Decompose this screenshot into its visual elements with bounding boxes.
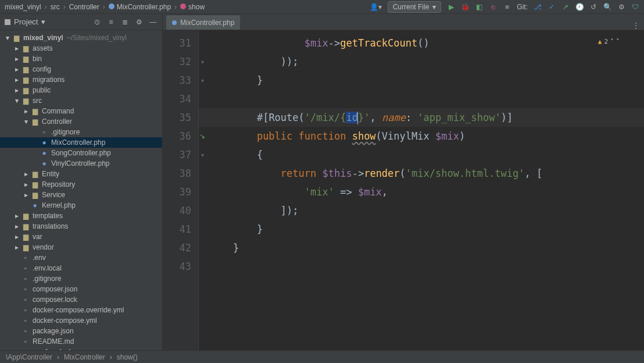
tree-node[interactable]: ▫.gitignore (0, 273, 162, 284)
coverage-icon[interactable]: ◧ (475, 3, 483, 11)
shield-icon[interactable]: 🛡 (631, 3, 639, 11)
code-line[interactable]: $mix->getTrackCount() (209, 34, 644, 52)
tree-node[interactable]: ●MixController.php (0, 137, 162, 148)
tree-node[interactable]: ▸▆vendor (0, 242, 162, 252)
locate-icon[interactable]: ⊙ (92, 17, 102, 27)
chevron-right-icon[interactable]: ▸ (13, 76, 21, 84)
search-icon[interactable]: 🔍 (603, 3, 611, 11)
chevron-right-icon[interactable]: ▸ (22, 170, 30, 178)
update-icon[interactable]: ✓ (548, 3, 556, 11)
line-number[interactable]: 43 (163, 257, 191, 276)
line-number[interactable]: 39 (163, 183, 191, 201)
line-number[interactable]: 37 (163, 145, 191, 164)
branch-icon[interactable]: ⎇ (534, 3, 542, 11)
stop-icon[interactable]: ■ (503, 3, 511, 11)
tree-node[interactable]: ●SongController.php (0, 148, 162, 158)
chevron-up-icon[interactable]: ˄ (610, 33, 614, 51)
line-number[interactable]: 32 (163, 52, 191, 71)
project-tree[interactable]: ▾ ▆ mixed_vinyl ~/Sites/mixed_vinyl ▸▆as… (0, 30, 162, 350)
chevron-right-icon[interactable]: ▸ (13, 243, 21, 251)
tree-root[interactable]: ▾ ▆ mixed_vinyl ~/Sites/mixed_vinyl (0, 33, 162, 43)
code-line[interactable]: return $this->render('mix/show.html.twig… (209, 164, 644, 183)
tree-node[interactable]: ●Kernel.php (0, 200, 162, 211)
run-config-selector[interactable]: Current File▾ (388, 1, 442, 13)
tree-node[interactable]: ▸▆migrations (0, 74, 162, 85)
line-number[interactable]: 42 (163, 239, 191, 257)
chevron-right-icon[interactable]: ▸ (13, 44, 21, 52)
settings-icon[interactable]: ⚙ (617, 3, 625, 11)
chevron-right-icon[interactable]: ▸ (13, 222, 21, 230)
tree-node[interactable]: ▸▆assets (0, 43, 162, 54)
profile-icon[interactable]: ⎋ (489, 3, 497, 11)
chevron-right-icon[interactable]: ▸ (22, 180, 30, 188)
tree-node[interactable]: ▸▆Service (0, 190, 162, 200)
status-crumb[interactable]: show() (117, 353, 138, 361)
gutter[interactable]: 31323334353637383940414243 ▾▾↘▾ (163, 30, 199, 350)
chevron-right-icon[interactable]: ▸ (13, 233, 21, 241)
chevron-down-icon[interactable]: ▾ (13, 97, 21, 105)
tree-node[interactable]: ▸▆Entity (0, 169, 162, 179)
history-icon[interactable]: 🕘 (575, 3, 584, 11)
chevron-right-icon[interactable]: ▸ (13, 55, 21, 63)
tree-node[interactable]: ▸▆Repository (0, 179, 162, 190)
tree-node[interactable]: ▸▆Command (0, 106, 162, 116)
tree-node[interactable]: ▫composer.json (0, 284, 162, 294)
tab-mixcontroller[interactable]: MixController.php (166, 15, 240, 30)
line-number[interactable]: 31 (163, 34, 191, 52)
tree-node[interactable]: ▫.gitignore (0, 127, 162, 137)
status-crumb[interactable]: MixController (64, 353, 105, 361)
code-line[interactable] (209, 257, 644, 276)
code-line[interactable]: 'mix' => $mix, (209, 183, 644, 201)
code-line[interactable]: ]); (209, 201, 644, 220)
inspection-widget[interactable]: ▲ 2 ˄ ˅ (598, 33, 620, 51)
tree-node[interactable]: ▫docker-compose.yml (0, 315, 162, 326)
tree-node[interactable]: ▸▆var (0, 232, 162, 242)
tree-node[interactable]: ▫package.json (0, 326, 162, 336)
line-number[interactable]: 41 (163, 220, 191, 239)
code-line[interactable]: } (209, 239, 644, 257)
line-number[interactable]: 38 (163, 164, 191, 183)
run-icon[interactable]: ▶ (447, 3, 455, 11)
hide-icon[interactable]: — (148, 17, 158, 27)
crumb-dir[interactable]: Controller (69, 3, 99, 11)
code-line[interactable]: } (209, 220, 644, 239)
code-line[interactable] (209, 90, 644, 108)
code-line[interactable]: { (209, 145, 644, 164)
chevron-down-icon[interactable]: ▾ (22, 118, 30, 126)
code-line[interactable]: public function show(VinylMix $mix) (209, 127, 644, 145)
code-line[interactable]: )); (209, 52, 644, 71)
crumb-dir[interactable]: src (51, 3, 60, 11)
line-number[interactable]: 35 (163, 108, 191, 127)
code-line[interactable]: } (209, 71, 644, 90)
crumb-file[interactable]: MixController.php (109, 3, 171, 11)
rollback-icon[interactable]: ↺ (589, 3, 598, 11)
code-area[interactable]: ▲ 2 ˄ ˅ $mix->getTrackCount() )); } #[Ro… (199, 30, 644, 350)
push-icon[interactable]: ↗ (561, 3, 570, 11)
line-number[interactable]: 34 (163, 90, 191, 108)
chevron-right-icon[interactable]: ▸ (13, 86, 21, 94)
tree-node[interactable]: ▫README.md (0, 336, 162, 347)
chevron-right-icon[interactable]: ▸ (22, 107, 30, 115)
project-view-selector[interactable]: Project ▾ (5, 17, 45, 26)
code-editor[interactable]: 31323334353637383940414243 ▾▾↘▾ ▲ 2 ˄ ˅ … (163, 30, 644, 350)
tab-menu-icon[interactable]: ⋮ (632, 22, 639, 30)
tree-node[interactable]: ▫composer.lock (0, 294, 162, 305)
line-number[interactable]: 36 (163, 127, 191, 145)
collapse-icon[interactable]: ≣ (120, 17, 130, 27)
line-number[interactable]: 40 (163, 201, 191, 220)
crumb-method[interactable]: show (180, 3, 205, 11)
tree-node[interactable]: ●VinylController.php (0, 158, 162, 169)
crumb-project[interactable]: mixed_vinyl (5, 3, 41, 11)
tree-node[interactable]: ▫docker-compose.override.yml (0, 305, 162, 315)
tree-node[interactable]: ▫.env.local (0, 263, 162, 273)
tree-node[interactable]: ▸▆bin (0, 54, 162, 64)
tree-node[interactable]: ▫symfony.lock (0, 347, 162, 350)
line-number[interactable]: 33 (163, 71, 191, 90)
chevron-down-icon[interactable]: ▾ (3, 34, 12, 42)
tree-node[interactable]: ▾▆src (0, 95, 162, 106)
chevron-down-icon[interactable]: ˅ (616, 33, 620, 51)
tree-node[interactable]: ▾▆Controller (0, 116, 162, 127)
tree-node[interactable]: ▸▆templates (0, 211, 162, 221)
chevron-right-icon[interactable]: ▸ (13, 212, 21, 220)
expand-icon[interactable]: ≡ (106, 17, 116, 27)
